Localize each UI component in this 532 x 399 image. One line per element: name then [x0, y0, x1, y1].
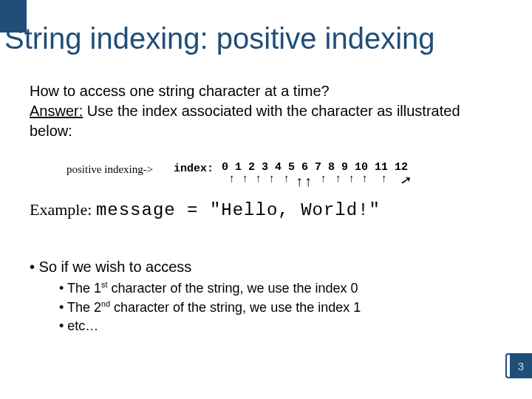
answer-text: Use the index associated with the charac… [30, 103, 460, 139]
slide-title: String indexing: positive indexing [4, 22, 435, 55]
up-arrow-icon: ↑ [304, 174, 312, 188]
bullet-list: • So if we wish to access • The 1st char… [30, 259, 502, 334]
up-arrow-icon: ↑ [381, 172, 387, 183]
content-block: How to access one string character at a … [30, 81, 502, 228]
question-text: How to access one string character at a … [30, 81, 502, 101]
indexing-diagram: positive indexing-> index: 0 1 2 3 4 5 6… [30, 154, 502, 228]
bullet-sub-3: • etc… [59, 318, 502, 334]
bullet-sub-1: • The 1st character of the string, we us… [59, 280, 502, 296]
arrow-row: ↑ ↑ ↑ ↑ ↑ ↑ ↑ ↑ ↑ ↑ ↑ ↑ ➚ [222, 172, 488, 196]
positive-indexing-label: positive indexing-> [66, 162, 153, 177]
answer-line: Answer: Use the index associated with th… [30, 101, 502, 141]
example-label: Example: [30, 200, 92, 219]
code-assignment: message = "Hello, World!" [96, 200, 381, 220]
index-label: index: [174, 162, 214, 177]
up-arrow-icon: ↑ [284, 172, 290, 183]
answer-label: Answer: [30, 103, 83, 119]
up-arrow-icon: ↑ [229, 172, 235, 183]
up-arrow-icon: ↑ [242, 172, 248, 183]
up-arrow-icon: ↑ [362, 172, 368, 183]
curved-arrow-icon: ➚ [399, 173, 412, 188]
bullet-sub-2: • The 2nd character of the string, we us… [59, 299, 502, 316]
example-row: Example: message = "Hello, World!" [30, 199, 381, 222]
up-arrow-icon: ↑ [269, 172, 275, 183]
up-arrow-icon: ↑ [349, 172, 355, 183]
page-number: 3 [510, 353, 532, 378]
up-arrow-icon: ↑ [256, 172, 262, 183]
up-arrow-icon: ↑ [321, 172, 327, 183]
bullet-main: • So if we wish to access [30, 259, 502, 276]
up-arrow-icon: ↑ [296, 174, 303, 188]
up-arrow-icon: ↑ [335, 172, 341, 183]
